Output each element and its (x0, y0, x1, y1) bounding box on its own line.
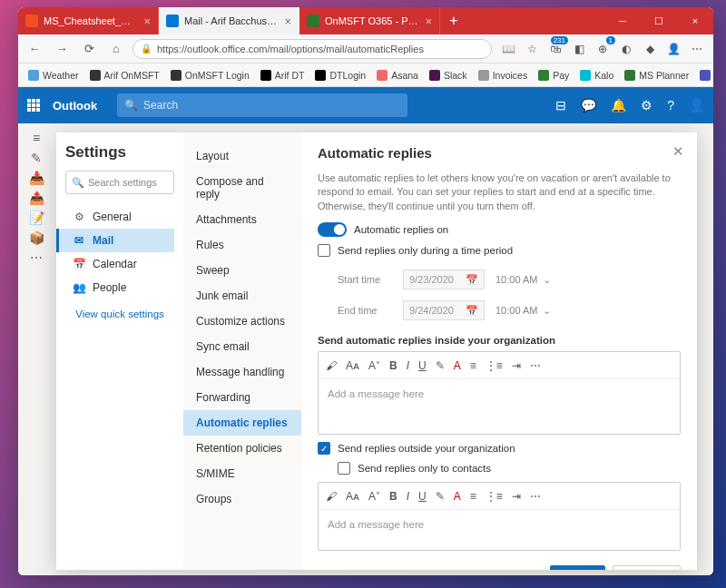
highlight-icon[interactable]: ✎ (436, 359, 445, 372)
subnav-retention[interactable]: Retention policies (183, 436, 301, 461)
compose-icon[interactable]: ✎ (31, 151, 42, 165)
subnav-compose[interactable]: Compose and reply (183, 169, 301, 207)
color-icon[interactable]: A (454, 490, 461, 503)
settings-search[interactable]: 🔍 Search settings (65, 171, 174, 194)
underline-icon[interactable]: U (418, 490, 427, 503)
bookmark[interactable]: Pay (534, 70, 574, 81)
help-icon[interactable]: ? (667, 98, 674, 113)
bookmark[interactable]: Teams (695, 70, 713, 81)
subnav-junk[interactable]: Junk email (183, 283, 301, 309)
highlight-icon[interactable]: ✎ (436, 490, 445, 503)
meet-icon[interactable]: ⊟ (555, 98, 566, 113)
underline-icon[interactable]: U (418, 359, 427, 372)
refresh-button[interactable]: ⟳ (78, 38, 100, 60)
app-launcher-icon[interactable] (27, 99, 40, 112)
menu-icon[interactable]: ⋯ (686, 38, 708, 60)
font-icon[interactable]: Aᴀ (346, 359, 359, 372)
notif-icon[interactable]: 🔔 (611, 98, 626, 113)
fontsize-icon[interactable]: A˅ (368, 490, 380, 503)
subnav-smime[interactable]: S/MIME (183, 461, 301, 486)
maximize-button[interactable]: ☐ (641, 7, 677, 34)
close-button[interactable]: ✕ (672, 143, 684, 160)
subnav-groups[interactable]: Groups (183, 486, 301, 512)
new-tab-button[interactable]: + (440, 7, 467, 34)
italic-icon[interactable]: I (407, 359, 409, 372)
collections-icon[interactable]: ⊕ (592, 38, 613, 60)
ext3-icon[interactable]: ◆ (639, 38, 661, 60)
close-button[interactable]: × (677, 7, 713, 34)
outside-textarea[interactable]: Add a message here (319, 510, 680, 550)
end-time-field[interactable]: 10:00 AM⌄ (495, 305, 554, 317)
bookmark[interactable]: Slack (425, 70, 472, 81)
numlist-icon[interactable]: ⋮≡ (486, 359, 503, 372)
indent-icon[interactable]: ⇥ (512, 490, 521, 503)
subnav-layout[interactable]: Layout (183, 143, 301, 169)
bookmark[interactable]: Asana (372, 70, 423, 81)
start-time-field[interactable]: 10:00 AM⌄ (495, 274, 554, 286)
fontsize-icon[interactable]: A˅ (368, 359, 380, 372)
forward-button[interactable]: → (51, 38, 73, 60)
reading-icon[interactable]: 📖 (497, 38, 519, 60)
discard-button[interactable]: Discard (613, 565, 681, 570)
nav-calendar[interactable]: 📅Calendar (65, 252, 174, 276)
paint-icon[interactable]: 🖌 (326, 490, 337, 503)
contacts-only-checkbox[interactable] (338, 462, 350, 475)
drafts-icon[interactable]: 📝 (29, 211, 44, 225)
more-icon[interactable]: ⋯ (530, 490, 541, 503)
back-button[interactable]: ← (24, 38, 45, 60)
start-date-field[interactable]: 9/23/2020📅 (403, 270, 485, 289)
close-icon[interactable]: × (425, 15, 432, 28)
url-field[interactable]: 🔒https://outlook.office.com/mail/options… (132, 39, 492, 59)
close-icon[interactable]: × (284, 15, 291, 28)
bookmark[interactable]: OnMSFT Login (166, 70, 254, 81)
home-button[interactable]: ⌂ (105, 38, 127, 60)
subnav-handling[interactable]: Message handling (183, 359, 301, 385)
tab-3[interactable]: OnMSFT O365 - Planner× (299, 7, 440, 34)
bookmark[interactable]: Weather (24, 70, 83, 81)
save-button[interactable]: Save (550, 565, 605, 570)
ext2-icon[interactable]: ◐ (615, 38, 637, 60)
sent-icon[interactable]: 📤 (29, 191, 44, 205)
close-icon[interactable]: × (143, 15, 151, 28)
tab-2[interactable]: Mail - Arif Bacchus - Outlook× (159, 7, 299, 34)
more-icon[interactable]: ⋯ (530, 359, 541, 372)
color-icon[interactable]: A (454, 359, 461, 372)
font-icon[interactable]: Aᴀ (346, 490, 359, 503)
subnav-forwarding[interactable]: Forwarding (183, 385, 301, 410)
end-date-field[interactable]: 9/24/2020📅 (403, 300, 485, 320)
bookmark[interactable]: DTLogin (310, 70, 370, 81)
subnav-sweep[interactable]: Sweep (183, 258, 301, 283)
favorite-icon[interactable]: ☆ (521, 38, 543, 60)
profile-icon[interactable]: 👤 (662, 38, 684, 60)
more-icon[interactable]: ⋯ (30, 250, 43, 265)
shopping-icon[interactable]: 🛍 (544, 38, 566, 60)
subnav-customize[interactable]: Customize actions (183, 309, 301, 334)
gear-icon[interactable]: ⚙ (641, 98, 652, 113)
subnav-auto-replies[interactable]: Automatic replies (183, 410, 301, 436)
inside-textarea[interactable]: Add a message here (319, 379, 680, 434)
nav-general[interactable]: ⚙General (65, 205, 174, 229)
list-icon[interactable]: ≡ (470, 359, 476, 372)
view-quick-settings[interactable]: View quick settings (65, 309, 174, 319)
extension-icon[interactable]: ◧ (568, 38, 590, 60)
archive-icon[interactable]: 📦 (29, 230, 44, 245)
bold-icon[interactable]: B (389, 359, 397, 372)
chat-icon[interactable]: 💬 (581, 98, 596, 113)
italic-icon[interactable]: I (407, 490, 409, 503)
subnav-attachments[interactable]: Attachments (183, 207, 301, 232)
bookmark[interactable]: Arif OnMSFT (85, 70, 164, 81)
list-icon[interactable]: ≡ (470, 490, 476, 503)
auto-replies-toggle[interactable] (318, 222, 347, 237)
time-period-checkbox[interactable] (318, 244, 330, 257)
bookmark[interactable]: Kalo (575, 70, 618, 81)
search-input[interactable]: 🔍Search (117, 93, 407, 117)
tab-1[interactable]: MS_Cheatsheet_OutlookMailOn…× (18, 7, 159, 34)
menu-icon[interactable]: ≡ (33, 131, 40, 145)
nav-mail[interactable]: ✉Mail (56, 229, 174, 252)
minimize-button[interactable]: ─ (604, 7, 641, 34)
bold-icon[interactable]: B (389, 490, 397, 503)
numlist-icon[interactable]: ⋮≡ (486, 490, 503, 503)
paint-icon[interactable]: 🖌 (326, 359, 337, 372)
account-icon[interactable]: 👤 (689, 98, 704, 113)
bookmark[interactable]: Invoices (474, 70, 533, 81)
